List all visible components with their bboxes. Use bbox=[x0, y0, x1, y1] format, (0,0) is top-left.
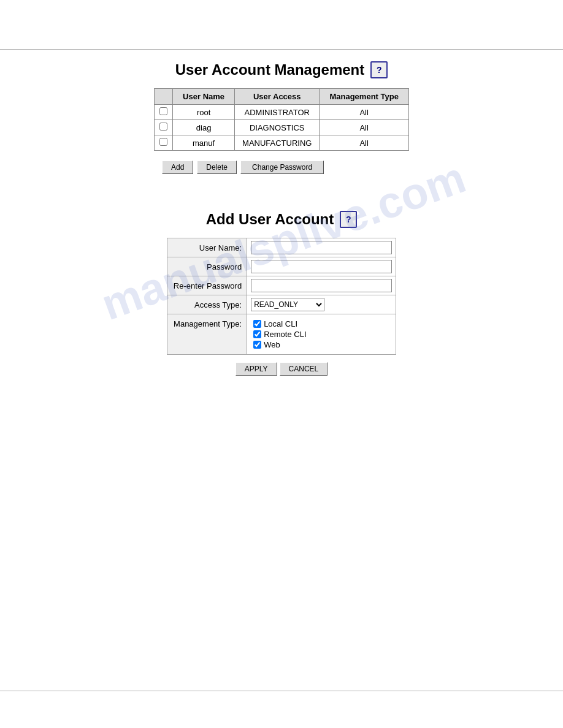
password-input-cell bbox=[247, 257, 396, 276]
help-icon-top[interactable]: ? bbox=[370, 61, 388, 78]
form-row-reenter: Re-enter Password bbox=[167, 276, 396, 295]
row2-mgmt: All bbox=[320, 120, 408, 135]
local-cli-row: Local CLI bbox=[253, 319, 389, 328]
reenter-input-cell bbox=[247, 276, 396, 295]
access-type-select[interactable]: READ_ONLY READ_WRITE ADMINISTRATOR bbox=[251, 298, 324, 311]
form-row-mgmt-type: Management Type: Local CLI Remote CLI bbox=[167, 314, 396, 355]
add-title: Add User Account bbox=[206, 211, 334, 228]
mgmt-type-label: Management Type: bbox=[167, 314, 247, 355]
reenter-password-input[interactable] bbox=[251, 279, 392, 292]
apply-button[interactable]: APPLY bbox=[236, 362, 277, 376]
table-button-row: Add Delete Change Password bbox=[162, 161, 401, 174]
row1-checkbox-cell[interactable] bbox=[155, 105, 173, 120]
username-input[interactable] bbox=[251, 241, 392, 254]
change-password-button[interactable]: Change Password bbox=[240, 161, 324, 174]
help-icon-add[interactable]: ? bbox=[340, 211, 357, 228]
username-label: User Name: bbox=[167, 238, 247, 257]
mgmt-type-input-cell: Local CLI Remote CLI Web bbox=[247, 314, 396, 355]
form-button-row: APPLY CANCEL bbox=[236, 362, 328, 376]
col-header-useraccess: User Access bbox=[235, 89, 320, 105]
page-content: User Account Management ? User Name User… bbox=[0, 0, 563, 376]
row3-username: manuf bbox=[173, 135, 235, 151]
col-header-checkbox bbox=[155, 89, 173, 105]
password-label: Password bbox=[167, 257, 247, 276]
form-row-username: User Name: bbox=[167, 238, 396, 257]
reenter-label: Re-enter Password bbox=[167, 276, 247, 295]
row2-username: diag bbox=[173, 120, 235, 135]
add-section-title: Add User Account ? bbox=[206, 211, 357, 228]
cancel-button[interactable]: CANCEL bbox=[280, 362, 328, 376]
access-type-label: Access Type: bbox=[167, 295, 247, 314]
username-input-cell bbox=[247, 238, 396, 257]
remote-cli-row: Remote CLI bbox=[253, 330, 389, 339]
password-input[interactable] bbox=[251, 260, 392, 273]
add-user-section: Add User Account ? User Name: Password bbox=[167, 211, 396, 376]
row1-username: root bbox=[173, 105, 235, 120]
web-checkbox[interactable] bbox=[253, 341, 261, 349]
web-row: Web bbox=[253, 340, 389, 349]
add-user-form: User Name: Password Re-enter Password bbox=[167, 238, 396, 355]
form-row-password: Password bbox=[167, 257, 396, 276]
col-header-mgmttype: Management Type bbox=[320, 89, 408, 105]
user-table: User Name User Access Management Type ro… bbox=[154, 88, 409, 151]
web-label: Web bbox=[264, 340, 280, 349]
delete-button[interactable]: Delete bbox=[197, 161, 237, 174]
remote-cli-checkbox[interactable] bbox=[253, 330, 261, 338]
form-row-access-type: Access Type: READ_ONLY READ_WRITE ADMINI… bbox=[167, 295, 396, 314]
row3-checkbox-cell[interactable] bbox=[155, 135, 173, 151]
bottom-border bbox=[0, 691, 563, 691]
local-cli-label: Local CLI bbox=[264, 319, 297, 328]
top-section-title: User Account Management ? bbox=[175, 61, 388, 78]
row1-checkbox[interactable] bbox=[159, 107, 167, 115]
row2-checkbox-cell[interactable] bbox=[155, 120, 173, 135]
remote-cli-label: Remote CLI bbox=[264, 330, 306, 339]
row3-mgmt: All bbox=[320, 135, 408, 151]
row3-checkbox[interactable] bbox=[159, 138, 167, 146]
table-row: manuf MANUFACTURING All bbox=[155, 135, 409, 151]
table-row: diag DIAGNOSTICS All bbox=[155, 120, 409, 135]
local-cli-checkbox[interactable] bbox=[253, 320, 261, 328]
row2-access: DIAGNOSTICS bbox=[235, 120, 320, 135]
row1-access: ADMINISTRATOR bbox=[235, 105, 320, 120]
add-button[interactable]: Add bbox=[162, 161, 193, 174]
access-type-input-cell: READ_ONLY READ_WRITE ADMINISTRATOR bbox=[247, 295, 396, 314]
row2-checkbox[interactable] bbox=[159, 123, 167, 131]
page-title: User Account Management bbox=[175, 61, 365, 78]
row1-mgmt: All bbox=[320, 105, 408, 120]
row3-access: MANUFACTURING bbox=[235, 135, 320, 151]
col-header-username: User Name bbox=[173, 89, 235, 105]
table-row: root ADMINISTRATOR All bbox=[155, 105, 409, 120]
top-border bbox=[0, 49, 563, 50]
